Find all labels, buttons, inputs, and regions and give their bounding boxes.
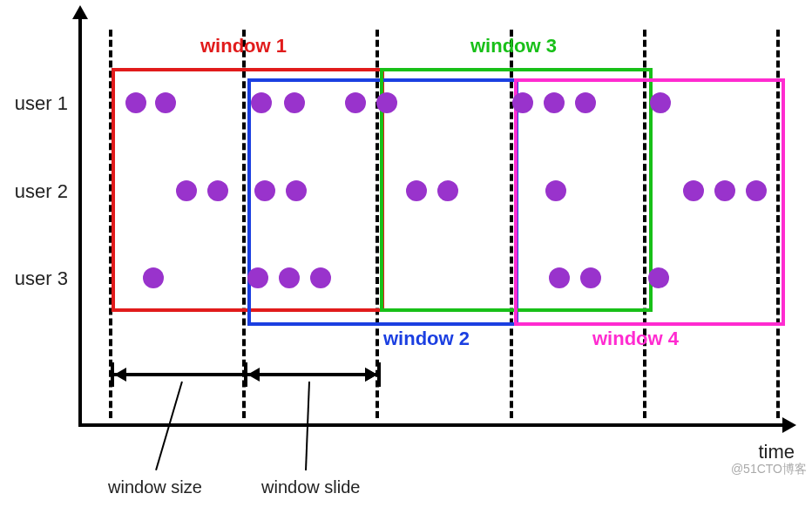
- event-dot: [575, 92, 596, 113]
- event-dot: [247, 267, 268, 288]
- watermark: @51CTO博客: [731, 462, 807, 477]
- event-dot: [143, 267, 164, 288]
- slide-arrow-right-icon: [365, 368, 377, 382]
- event-dot: [549, 267, 570, 288]
- y-axis-arrow-icon: [72, 5, 88, 19]
- event-dot: [714, 180, 735, 201]
- event-dot: [207, 180, 228, 201]
- event-dot: [286, 180, 307, 201]
- event-dot: [176, 180, 197, 201]
- event-dot: [254, 180, 275, 201]
- window-3-label: window 3: [470, 35, 557, 57]
- event-dot: [437, 180, 458, 201]
- size-arrow-left-icon: [114, 368, 126, 382]
- window-1-label: window 1: [200, 35, 287, 57]
- event-dot: [310, 267, 331, 288]
- slide-arrow-left-icon: [247, 368, 260, 382]
- event-dot: [648, 267, 669, 288]
- window-4-label: window 4: [592, 328, 679, 350]
- row-label-user1: user 1: [0, 92, 68, 115]
- slide-cap-icon: [377, 362, 381, 387]
- event-dot: [155, 92, 176, 113]
- x-axis-label: time: [758, 441, 795, 463]
- event-dot: [279, 267, 300, 288]
- event-dot: [746, 180, 767, 201]
- row-label-user2: user 2: [0, 180, 68, 203]
- event-dot: [545, 180, 566, 201]
- event-dot: [580, 267, 601, 288]
- window-2-label: window 2: [383, 328, 470, 350]
- event-dot: [376, 92, 397, 113]
- event-dot: [251, 92, 272, 113]
- event-dot: [683, 180, 704, 201]
- event-dot: [284, 92, 305, 113]
- x-axis-arrow-icon: [782, 417, 796, 433]
- x-axis: [78, 423, 784, 427]
- row-label-user3: user 3: [0, 267, 68, 290]
- event-dot: [650, 92, 671, 113]
- size-label: window size: [108, 477, 202, 497]
- event-dot: [512, 92, 533, 113]
- diagram-stage: user 1user 2user 3 window 1window 2windo…: [0, 0, 812, 507]
- event-dot: [345, 92, 366, 113]
- event-dot: [125, 92, 146, 113]
- event-dot: [406, 180, 427, 201]
- y-axis: [78, 17, 82, 427]
- slide-line: [247, 373, 377, 376]
- slide-label: window slide: [261, 477, 360, 497]
- window-4: [514, 78, 785, 326]
- event-dot: [544, 92, 565, 113]
